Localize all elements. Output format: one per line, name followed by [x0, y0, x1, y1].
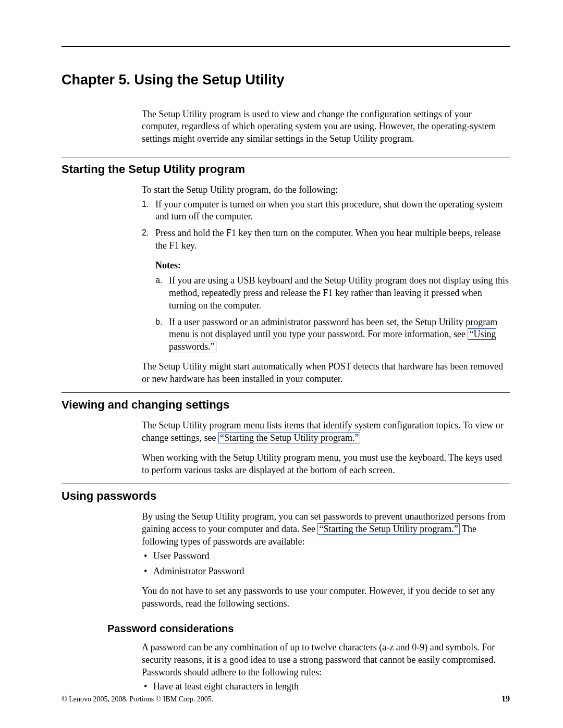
- pwc-paragraph-1: A password can be any combination of up …: [142, 641, 510, 678]
- step-text: Press and hold the F1 key then turn on t…: [155, 228, 501, 251]
- list-item: 1. If your computer is turned on when yo…: [142, 199, 510, 224]
- footer-page-number: 19: [501, 693, 510, 704]
- subsection-heading-password-considerations: Password considerations: [107, 622, 510, 635]
- chapter-title: Chapter 5. Using the Setup Utility: [62, 71, 510, 90]
- document-page: Chapter 5. Using the Setup Utility The S…: [0, 0, 563, 728]
- subsection-body-password-considerations: A password can be any combination of up …: [142, 641, 510, 693]
- section-heading-viewing: Viewing and changing settings: [62, 397, 510, 412]
- section-body-viewing: The Setup Utility program menu lists ite…: [142, 419, 510, 476]
- list-marker: 2.: [142, 227, 149, 238]
- note-text: If you are using a USB keyboard and the …: [169, 275, 509, 311]
- list-item: Administrator Password: [142, 565, 510, 578]
- cross-reference-link[interactable]: “Starting the Setup Utility program.”: [317, 523, 459, 535]
- section-body-passwords: By using the Setup Utility program, you …: [142, 511, 510, 610]
- footer-copyright: © Lenovo 2005, 2008. Portions © IBM Corp…: [62, 695, 213, 704]
- pwc-rules-list: Have at least eight characters in length: [142, 681, 510, 693]
- list-item: User Password: [142, 550, 510, 563]
- notes-block: Notes: a. If you are using a USB keyboar…: [155, 260, 510, 353]
- top-horizontal-rule: [62, 46, 510, 47]
- section-heading-starting: Starting the Setup Utility program: [62, 162, 510, 177]
- notes-list: a. If you are using a USB keyboard and t…: [155, 275, 510, 353]
- step-text: If your computer is turned on when you s…: [155, 199, 503, 222]
- passwords-paragraph-2: You do not have to set any passwords to …: [142, 585, 510, 610]
- starting-steps-list: 1. If your computer is turned on when yo…: [142, 199, 510, 252]
- passwords-paragraph-1: By using the Setup Utility program, you …: [142, 511, 510, 548]
- starting-tail-paragraph: The Setup Utility might start automatica…: [142, 361, 510, 386]
- chapter-intro: The Setup Utility program is used to vie…: [142, 108, 510, 145]
- viewing-paragraph-2: When working with the Setup Utility prog…: [142, 452, 510, 477]
- note-text-before-link: If a user password or an administrator p…: [169, 317, 497, 340]
- section-rule: [62, 484, 510, 484]
- cross-reference-link[interactable]: “Starting the Setup Utility program.”: [218, 432, 360, 443]
- notes-label: Notes:: [155, 260, 510, 272]
- intro-paragraph: The Setup Utility program is used to vie…: [142, 108, 510, 145]
- starting-lead: To start the Setup Utility program, do t…: [142, 184, 510, 196]
- password-types-list: User Password Administrator Password: [142, 550, 510, 578]
- list-item: 2. Press and hold the F1 key then turn o…: [142, 227, 510, 252]
- list-item: Have at least eight characters in length: [142, 681, 510, 693]
- list-marker: a.: [155, 275, 162, 286]
- section-body-starting: To start the Setup Utility program, do t…: [142, 184, 510, 386]
- page-footer: © Lenovo 2005, 2008. Portions © IBM Corp…: [62, 693, 510, 704]
- section-rule: [62, 157, 510, 157]
- section-rule: [62, 392, 510, 393]
- section-heading-passwords: Using passwords: [62, 488, 510, 503]
- list-item: b. If a user password or an administrato…: [155, 316, 510, 353]
- list-marker: b.: [155, 316, 162, 327]
- list-marker: 1.: [142, 199, 149, 209]
- viewing-paragraph-1: The Setup Utility program menu lists ite…: [142, 419, 510, 445]
- list-item: a. If you are using a USB keyboard and t…: [155, 275, 510, 312]
